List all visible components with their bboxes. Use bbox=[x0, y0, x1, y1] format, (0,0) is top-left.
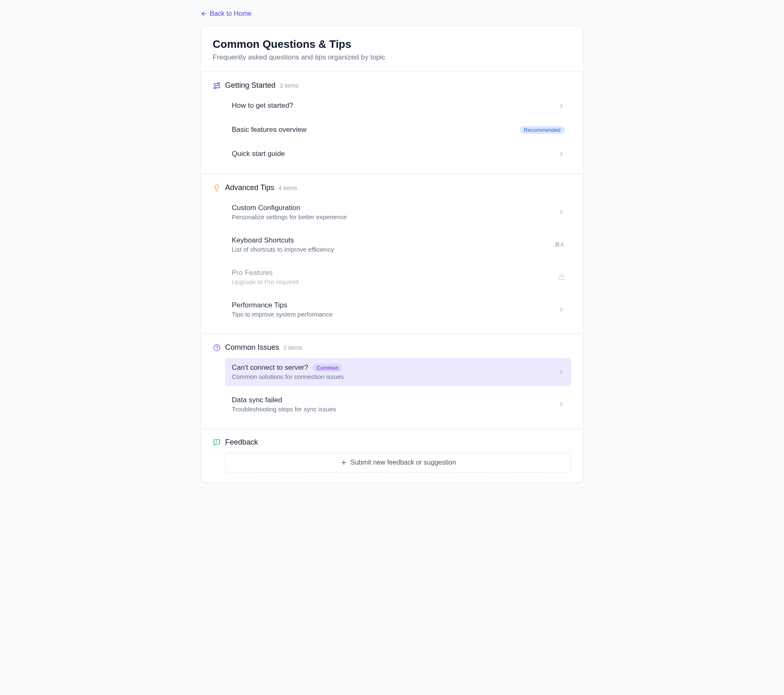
back-link-label: Back to Home bbox=[210, 10, 251, 17]
item-description: Upgrade to Pro required bbox=[232, 278, 558, 285]
section-count: 3 items bbox=[280, 82, 298, 89]
chevron-right-icon bbox=[558, 306, 565, 313]
faq-item[interactable]: Quick start guide bbox=[225, 144, 571, 164]
section-advanced-tips: Advanced Tips 4 items Custom Configurati… bbox=[201, 174, 583, 334]
svg-rect-2 bbox=[559, 277, 564, 279]
faq-item[interactable]: Custom Configuration Personalize setting… bbox=[225, 198, 571, 226]
item-description: Tips to improve system performance bbox=[232, 311, 558, 318]
faq-item[interactable]: Basic features overview Recommended bbox=[225, 120, 571, 140]
submit-feedback-button[interactable]: Submit new feedback or suggestion bbox=[225, 453, 571, 472]
section-count: 4 items bbox=[278, 185, 297, 191]
item-title: Basic features overview bbox=[232, 126, 307, 134]
plus-icon bbox=[340, 459, 347, 466]
item-title: Custom Configuration bbox=[232, 204, 300, 212]
section-title: Advanced Tips bbox=[225, 183, 274, 192]
section-feedback: Feedback Submit new feedback or suggesti… bbox=[201, 428, 583, 482]
item-description: List of shortcuts to improve efficiency bbox=[232, 246, 554, 253]
page-title: Common Questions & Tips bbox=[213, 38, 571, 51]
faq-item[interactable]: Can't connect to server? Common Common s… bbox=[225, 358, 571, 386]
lightbulb-icon bbox=[213, 184, 221, 192]
card-header: Common Questions & Tips Frequently asked… bbox=[201, 26, 583, 72]
faq-item[interactable]: Performance Tips Tips to improve system … bbox=[225, 295, 571, 324]
chevron-right-icon bbox=[558, 151, 565, 157]
keyboard-shortcut-label: ⌘K bbox=[554, 241, 565, 248]
faq-item[interactable]: Data sync failed Troubleshooting steps f… bbox=[225, 390, 571, 418]
section-header-advanced-tips: Advanced Tips 4 items bbox=[213, 183, 571, 192]
section-title: Getting Started bbox=[225, 81, 275, 90]
item-title: Performance Tips bbox=[232, 301, 287, 309]
item-title: Quick start guide bbox=[232, 150, 285, 158]
svg-point-1 bbox=[218, 82, 220, 84]
help-circle-icon bbox=[213, 344, 221, 352]
faq-card: Common Questions & Tips Frequently asked… bbox=[201, 26, 583, 483]
faq-item[interactable]: Keyboard Shortcuts List of shortcuts to … bbox=[225, 230, 571, 259]
faq-item-locked: Pro Features Upgrade to Pro required bbox=[225, 263, 571, 291]
item-title: Pro Features bbox=[232, 269, 273, 277]
item-title: How to get started? bbox=[232, 101, 293, 110]
chevron-right-icon bbox=[558, 401, 565, 408]
section-title: Common Issues bbox=[225, 343, 279, 352]
common-badge: Common bbox=[313, 364, 343, 372]
section-getting-started: Getting Started 3 items How to get start… bbox=[201, 72, 583, 174]
item-description: Common solutions for connection issues bbox=[232, 373, 558, 380]
chevron-right-icon bbox=[558, 102, 565, 109]
recommended-badge: Recommended bbox=[520, 126, 565, 134]
item-description: Troubleshooting steps for sync issues bbox=[232, 406, 558, 413]
lock-icon bbox=[558, 274, 565, 280]
route-icon bbox=[213, 82, 221, 90]
section-header-getting-started: Getting Started 3 items bbox=[213, 81, 571, 90]
section-count: 2 items bbox=[283, 344, 302, 351]
feedback-button-label: Submit new feedback or suggestion bbox=[350, 459, 456, 466]
chevron-right-icon bbox=[558, 369, 565, 375]
message-square-icon bbox=[213, 438, 221, 447]
section-header-feedback: Feedback bbox=[213, 438, 571, 447]
section-title: Feedback bbox=[225, 438, 258, 447]
faq-item[interactable]: How to get started? bbox=[225, 96, 571, 116]
page-subtitle: Frequently asked questions and tips orga… bbox=[213, 53, 571, 62]
item-title: Data sync failed bbox=[232, 396, 282, 404]
item-description: Personalize settings for better experien… bbox=[232, 213, 558, 220]
section-header-common-issues: Common Issues 2 items bbox=[213, 343, 571, 352]
item-title: Can't connect to server? bbox=[232, 364, 308, 372]
arrow-left-icon bbox=[201, 10, 207, 17]
section-common-issues: Common Issues 2 items Can't connect to s… bbox=[201, 334, 583, 428]
chevron-right-icon bbox=[558, 209, 565, 215]
back-to-home-link[interactable]: Back to Home bbox=[201, 8, 251, 19]
item-title: Keyboard Shortcuts bbox=[232, 236, 294, 245]
